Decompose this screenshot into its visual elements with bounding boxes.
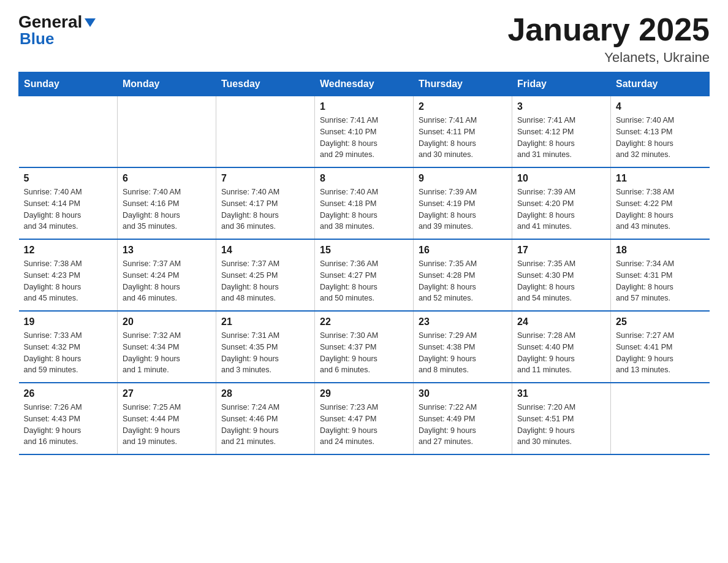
day-info: Sunrise: 7:41 AMSunset: 4:11 PMDaylight:…: [419, 115, 507, 161]
header-row: SundayMondayTuesdayWednesdayThursdayFrid…: [19, 72, 710, 96]
day-number: 4: [616, 101, 705, 112]
day-info: Sunrise: 7:40 AMSunset: 4:18 PMDaylight:…: [320, 186, 408, 232]
day-cell: 7Sunrise: 7:40 AMSunset: 4:17 PMDaylight…: [216, 167, 315, 239]
day-number: 12: [24, 245, 113, 256]
day-cell: 1Sunrise: 7:41 AMSunset: 4:10 PMDaylight…: [315, 96, 414, 168]
day-cell: [19, 96, 118, 168]
day-cell: 10Sunrise: 7:39 AMSunset: 4:20 PMDayligh…: [512, 167, 611, 239]
day-info: Sunrise: 7:25 AMSunset: 4:44 PMDaylight:…: [123, 402, 211, 448]
day-info: Sunrise: 7:29 AMSunset: 4:38 PMDaylight:…: [419, 330, 507, 376]
week-row-4: 19Sunrise: 7:33 AMSunset: 4:32 PMDayligh…: [19, 311, 710, 383]
day-cell: 6Sunrise: 7:40 AMSunset: 4:16 PMDaylight…: [118, 167, 216, 239]
day-number: 28: [221, 388, 309, 399]
day-info: Sunrise: 7:41 AMSunset: 4:10 PMDaylight:…: [320, 115, 408, 161]
day-number: 19: [24, 316, 113, 327]
day-info: Sunrise: 7:28 AMSunset: 4:40 PMDaylight:…: [517, 330, 605, 376]
day-info: Sunrise: 7:39 AMSunset: 4:20 PMDaylight:…: [517, 186, 605, 232]
day-info: Sunrise: 7:37 AMSunset: 4:24 PMDaylight:…: [123, 258, 211, 304]
day-number: 6: [123, 173, 211, 184]
day-number: 5: [24, 173, 113, 184]
day-info: Sunrise: 7:20 AMSunset: 4:51 PMDaylight:…: [517, 402, 605, 448]
day-cell: 3Sunrise: 7:41 AMSunset: 4:12 PMDaylight…: [512, 96, 611, 168]
day-cell: 18Sunrise: 7:34 AMSunset: 4:31 PMDayligh…: [611, 239, 710, 311]
day-cell: 16Sunrise: 7:35 AMSunset: 4:28 PMDayligh…: [414, 239, 512, 311]
day-number: 9: [419, 173, 507, 184]
day-number: 20: [123, 316, 211, 327]
day-cell: 31Sunrise: 7:20 AMSunset: 4:51 PMDayligh…: [512, 383, 611, 454]
header-cell-tuesday: Tuesday: [216, 72, 315, 96]
day-info: Sunrise: 7:32 AMSunset: 4:34 PMDaylight:…: [123, 330, 211, 376]
day-cell: 25Sunrise: 7:27 AMSunset: 4:41 PMDayligh…: [611, 311, 710, 383]
day-cell: 29Sunrise: 7:23 AMSunset: 4:47 PMDayligh…: [315, 383, 414, 454]
day-cell: 28Sunrise: 7:24 AMSunset: 4:46 PMDayligh…: [216, 383, 315, 454]
day-cell: [216, 96, 315, 168]
day-info: Sunrise: 7:41 AMSunset: 4:12 PMDaylight:…: [517, 115, 605, 161]
day-info: Sunrise: 7:40 AMSunset: 4:13 PMDaylight:…: [616, 115, 705, 161]
day-cell: 26Sunrise: 7:26 AMSunset: 4:43 PMDayligh…: [19, 383, 118, 454]
day-info: Sunrise: 7:37 AMSunset: 4:25 PMDaylight:…: [221, 258, 309, 304]
day-cell: 9Sunrise: 7:39 AMSunset: 4:19 PMDaylight…: [414, 167, 512, 239]
week-row-1: 1Sunrise: 7:41 AMSunset: 4:10 PMDaylight…: [19, 96, 710, 168]
day-cell: 23Sunrise: 7:29 AMSunset: 4:38 PMDayligh…: [414, 311, 512, 383]
day-info: Sunrise: 7:35 AMSunset: 4:28 PMDaylight:…: [419, 258, 507, 304]
day-number: 23: [419, 316, 507, 327]
day-info: Sunrise: 7:33 AMSunset: 4:32 PMDaylight:…: [24, 330, 113, 376]
day-info: Sunrise: 7:35 AMSunset: 4:30 PMDaylight:…: [517, 258, 605, 304]
day-cell: [118, 96, 216, 168]
day-cell: 24Sunrise: 7:28 AMSunset: 4:40 PMDayligh…: [512, 311, 611, 383]
page-header: General Blue January 2025 Yelanets, Ukra…: [18, 12, 710, 66]
day-number: 16: [419, 245, 507, 256]
day-number: 2: [419, 101, 507, 112]
day-info: Sunrise: 7:26 AMSunset: 4:43 PMDaylight:…: [24, 402, 113, 448]
day-cell: 4Sunrise: 7:40 AMSunset: 4:13 PMDaylight…: [611, 96, 710, 168]
day-info: Sunrise: 7:31 AMSunset: 4:35 PMDaylight:…: [221, 330, 309, 376]
day-number: 25: [616, 316, 705, 327]
day-info: Sunrise: 7:39 AMSunset: 4:19 PMDaylight:…: [419, 186, 507, 232]
calendar-body: 1Sunrise: 7:41 AMSunset: 4:10 PMDaylight…: [19, 96, 710, 455]
day-info: Sunrise: 7:40 AMSunset: 4:17 PMDaylight:…: [221, 186, 309, 232]
day-number: 14: [221, 245, 309, 256]
day-cell: 21Sunrise: 7:31 AMSunset: 4:35 PMDayligh…: [216, 311, 315, 383]
day-number: 3: [517, 101, 605, 112]
day-info: Sunrise: 7:38 AMSunset: 4:23 PMDaylight:…: [24, 258, 113, 304]
logo-arrow-icon: [83, 16, 97, 29]
day-info: Sunrise: 7:30 AMSunset: 4:37 PMDaylight:…: [320, 330, 408, 376]
day-number: 27: [123, 388, 211, 399]
svg-marker-0: [85, 18, 96, 27]
day-number: 29: [320, 388, 408, 399]
day-cell: 17Sunrise: 7:35 AMSunset: 4:30 PMDayligh…: [512, 239, 611, 311]
day-number: 1: [320, 101, 408, 112]
calendar-header: SundayMondayTuesdayWednesdayThursdayFrid…: [19, 72, 710, 96]
day-info: Sunrise: 7:40 AMSunset: 4:16 PMDaylight:…: [123, 186, 211, 232]
day-cell: 22Sunrise: 7:30 AMSunset: 4:37 PMDayligh…: [315, 311, 414, 383]
day-info: Sunrise: 7:24 AMSunset: 4:46 PMDaylight:…: [221, 402, 309, 448]
day-info: Sunrise: 7:36 AMSunset: 4:27 PMDaylight:…: [320, 258, 408, 304]
day-cell: 14Sunrise: 7:37 AMSunset: 4:25 PMDayligh…: [216, 239, 315, 311]
week-row-3: 12Sunrise: 7:38 AMSunset: 4:23 PMDayligh…: [19, 239, 710, 311]
day-number: 21: [221, 316, 309, 327]
day-cell: 5Sunrise: 7:40 AMSunset: 4:14 PMDaylight…: [19, 167, 118, 239]
calendar-table: SundayMondayTuesdayWednesdayThursdayFrid…: [18, 72, 710, 455]
header-cell-friday: Friday: [512, 72, 611, 96]
day-number: 22: [320, 316, 408, 327]
day-cell: 13Sunrise: 7:37 AMSunset: 4:24 PMDayligh…: [118, 239, 216, 311]
day-cell: 8Sunrise: 7:40 AMSunset: 4:18 PMDaylight…: [315, 167, 414, 239]
day-info: Sunrise: 7:27 AMSunset: 4:41 PMDaylight:…: [616, 330, 705, 376]
day-number: 15: [320, 245, 408, 256]
day-number: 24: [517, 316, 605, 327]
day-number: 18: [616, 245, 705, 256]
day-info: Sunrise: 7:23 AMSunset: 4:47 PMDaylight:…: [320, 402, 408, 448]
day-cell: 19Sunrise: 7:33 AMSunset: 4:32 PMDayligh…: [19, 311, 118, 383]
header-cell-wednesday: Wednesday: [315, 72, 414, 96]
week-row-5: 26Sunrise: 7:26 AMSunset: 4:43 PMDayligh…: [19, 383, 710, 454]
day-number: 10: [517, 173, 605, 184]
header-cell-thursday: Thursday: [414, 72, 512, 96]
day-info: Sunrise: 7:40 AMSunset: 4:14 PMDaylight:…: [24, 186, 113, 232]
title-block: January 2025 Yelanets, Ukraine: [507, 12, 710, 66]
day-cell: 30Sunrise: 7:22 AMSunset: 4:49 PMDayligh…: [414, 383, 512, 454]
header-cell-sunday: Sunday: [19, 72, 118, 96]
day-number: 30: [419, 388, 507, 399]
day-info: Sunrise: 7:34 AMSunset: 4:31 PMDaylight:…: [616, 258, 705, 304]
day-cell: 15Sunrise: 7:36 AMSunset: 4:27 PMDayligh…: [315, 239, 414, 311]
logo: General Blue: [18, 12, 97, 48]
